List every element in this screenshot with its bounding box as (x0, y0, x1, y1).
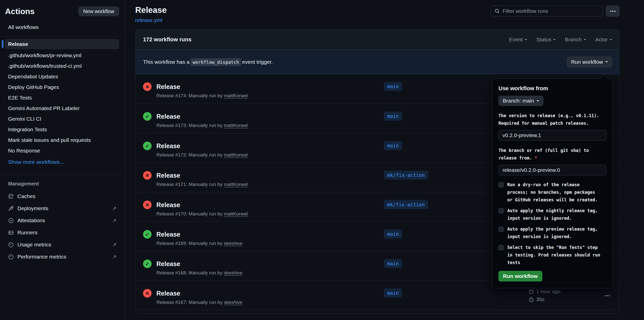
runs-filters: EventStatusBranchActor (509, 37, 612, 43)
workflow-item-label: .github/workflows/trusted-ci.yml (8, 63, 82, 69)
checkbox-input[interactable] (498, 245, 504, 250)
sidebar-item-runners[interactable]: Runners (5, 227, 119, 239)
sidebar-item-performance-metrics[interactable]: Performance metrics↗ (5, 251, 119, 263)
management-item-label: Attestations (17, 217, 112, 223)
run-title-link[interactable]: Release (156, 112, 248, 121)
run-title-link[interactable]: Release (156, 230, 242, 239)
run-description-prefix: Release #168: Manually run by (156, 270, 224, 275)
workflow-dispatch-code: workflow_dispatch (190, 58, 241, 66)
branch-badge[interactable]: main (384, 112, 402, 121)
run-workflow-submit-button[interactable]: Run workflow (498, 271, 542, 281)
checkbox-label[interactable]: Run a dry-run of the release process; no… (507, 181, 598, 204)
run-actor-link[interactable]: skeshive (224, 270, 242, 275)
run-meta: 1 hour ago35s (528, 289, 561, 302)
sidebar-item-workflow[interactable]: Gemini CLI CI (5, 114, 119, 124)
run-description: Release #173: Manually run by mattKorwel (156, 123, 248, 128)
sidebar-item-workflow[interactable]: Mark stale issues and pull requests (5, 135, 119, 145)
sidebar-item-deployments[interactable]: Deployments↗ (5, 202, 119, 214)
filter-dropdown-branch[interactable]: Branch (565, 37, 586, 43)
sidebar-item-workflow[interactable]: No Response (5, 145, 119, 156)
run-meta-line: 1 hour ago (528, 289, 561, 294)
sidebar-item-workflow[interactable]: E2E Tests (5, 92, 119, 103)
workflow-item-label: Mark stale issues and pull requests (8, 137, 91, 143)
filter-dropdown-actor[interactable]: Actor (595, 37, 612, 43)
sidebar-item-workflow[interactable]: Dependabot Updates (5, 71, 119, 82)
management-item-label: Usage metrics (17, 242, 112, 248)
branch-badge[interactable]: mk/fix-action (384, 171, 428, 180)
version-input[interactable] (498, 130, 606, 141)
run-actor-link[interactable]: mattKorwel (224, 211, 248, 216)
run-description-prefix: Release #172: Manually run by (156, 152, 224, 157)
run-row-text: ReleaseRelease #168: Manually run by ske… (156, 260, 242, 276)
checkbox-input[interactable] (498, 182, 504, 187)
branch-badge[interactable]: main (384, 230, 402, 239)
run-description: Release #168: Manually run by skeshive (156, 270, 242, 276)
run-actor-link[interactable]: mattKorwel (224, 123, 248, 128)
checkbox-input[interactable] (498, 208, 504, 213)
checkbox-input[interactable] (498, 227, 504, 232)
run-title-link[interactable]: Release (156, 82, 248, 91)
sidebar-item-workflow[interactable]: .github/workflows/pr-review.yml (5, 50, 119, 61)
filter-dropdown-label: Status (536, 37, 551, 43)
run-actor-link[interactable]: skeshive (224, 300, 242, 305)
stopwatch-icon (528, 297, 534, 302)
filter-workflow-runs-box (491, 6, 603, 16)
sidebar-item-workflow[interactable]: Deploy GitHub Pages (5, 82, 119, 92)
page-kebab-button[interactable] (606, 6, 620, 17)
run-title-link[interactable]: Release (156, 260, 242, 268)
checkbox-label[interactable]: Auto apply the nightly release tag, inpu… (507, 207, 598, 222)
filter-dropdown-event[interactable]: Event (509, 37, 527, 43)
branch-badge[interactable]: main (384, 141, 402, 150)
ref-input[interactable] (498, 165, 606, 175)
status-failure-icon: ✕ (143, 171, 152, 180)
run-actor-link[interactable]: skeshive (224, 241, 242, 246)
branch-badge[interactable]: main (384, 289, 402, 298)
run-kebab-button[interactable] (602, 292, 613, 299)
run-actor-link[interactable]: mattKorwel (224, 93, 248, 98)
filter-workflow-runs-input[interactable] (502, 8, 599, 14)
run-description: Release #169: Manually run by skeshive (156, 241, 242, 246)
checkbox-label[interactable]: Auto apply the preview release tag, inpu… (507, 225, 598, 240)
run-description-prefix: Release #174: Manually run by (156, 93, 224, 98)
required-marker: * (535, 155, 537, 161)
run-row-text: ReleaseRelease #172: Manually run by mat… (156, 142, 248, 158)
run-row-main: ✓ReleaseRelease #169: Manually run by sk… (143, 230, 242, 246)
run-title-link[interactable]: Release (156, 142, 248, 150)
run-meta-line: 35s (528, 297, 561, 302)
sidebar-item-workflow[interactable]: Gemini Automated PR Labeler (5, 103, 119, 114)
run-row-text: ReleaseRelease #174: Manually run by mat… (156, 82, 248, 99)
sidebar-item-workflow[interactable]: Release (5, 39, 119, 49)
branch-badge[interactable]: main (384, 259, 402, 268)
run-title-link[interactable]: Release (156, 201, 248, 209)
sidebar-item-attestations[interactable]: Attestations↗ (5, 214, 119, 227)
kebab-icon (607, 295, 608, 296)
checkbox-label[interactable]: Select to skip the "Run Tests" step in t… (507, 244, 600, 266)
filter-dropdown-label: Branch (565, 37, 582, 43)
run-workflow-dropdown-button[interactable]: Run workflow (567, 57, 612, 67)
branch-select-button[interactable]: Branch: main (498, 96, 543, 106)
sidebar-item-caches[interactable]: Caches (5, 190, 119, 202)
popup-checkbox-row: Auto apply the preview release tag, inpu… (498, 225, 606, 240)
run-actor-link[interactable]: mattKorwel (224, 152, 248, 157)
version-help-text: The version to release (e.g., v0.1.11). … (498, 112, 606, 127)
run-title-link[interactable]: Release (156, 289, 242, 298)
next-run-row-partial (135, 310, 619, 314)
sidebar-item-workflow[interactable]: .github/workflows/trusted-ci.yml (5, 61, 119, 71)
run-title-link[interactable]: Release (156, 171, 248, 180)
sidebar-item-workflow[interactable]: Integration Tests (5, 124, 119, 135)
run-actor-link[interactable]: mattKorwel (224, 182, 248, 187)
branch-badge[interactable]: main (384, 82, 402, 91)
workflow-item-label: Integration Tests (8, 126, 47, 133)
sidebar-item-all-workflows[interactable]: All workflows (8, 24, 119, 30)
workflow-item-label: Deploy GitHub Pages (8, 84, 59, 90)
verified-icon (8, 218, 14, 223)
management-section: Management CachesDeployments↗Attestation… (5, 174, 119, 263)
workflow-file-link[interactable]: release.yml (135, 17, 162, 23)
new-workflow-button[interactable]: New workflow (78, 7, 119, 16)
workflow-item-label: Gemini CLI CI (8, 116, 41, 122)
show-more-workflows-link[interactable]: Show more workflows... (8, 159, 64, 165)
filter-dropdown-status[interactable]: Status (536, 37, 556, 43)
sidebar-item-usage-metrics[interactable]: Usage metrics↗ (5, 239, 119, 251)
workflow-item-label: Gemini Automated PR Labeler (8, 105, 80, 111)
branch-badge[interactable]: mk/fix-action (384, 200, 428, 209)
